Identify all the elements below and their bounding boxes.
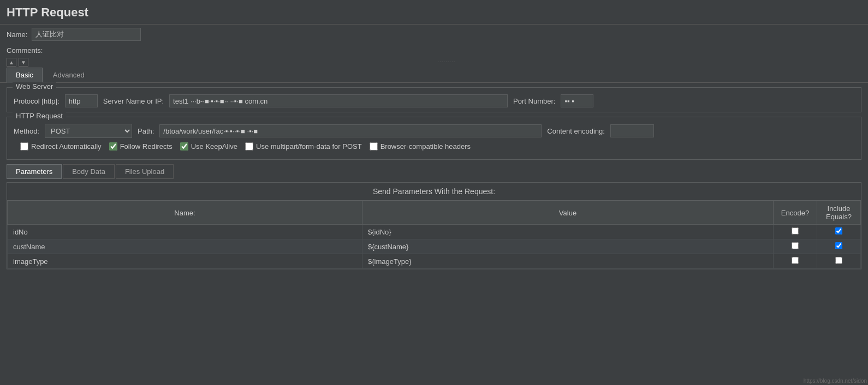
tab-files-upload[interactable]: Files Upload bbox=[116, 164, 174, 179]
protocol-label: Protocol [http]: bbox=[14, 97, 60, 105]
encode-check-3[interactable] bbox=[792, 257, 799, 264]
main-tabs: Basic Advanced bbox=[0, 68, 868, 83]
server-input[interactable] bbox=[169, 94, 508, 107]
browser-compatible-checkbox[interactable] bbox=[370, 142, 378, 151]
param-encode-3[interactable] bbox=[774, 254, 817, 269]
move-down-button[interactable]: ▼ bbox=[19, 58, 28, 67]
move-up-button[interactable]: ▲ bbox=[7, 58, 16, 67]
path-input[interactable] bbox=[159, 124, 542, 137]
browser-compatible-label: Browser-compatible headers bbox=[381, 142, 471, 151]
equals-check-1[interactable] bbox=[835, 227, 842, 234]
encode-check-1[interactable] bbox=[792, 227, 799, 234]
col-value: Value bbox=[362, 201, 774, 225]
redirect-automatically-checkbox[interactable] bbox=[20, 142, 28, 151]
http-request-group: HTTP Request Method: POST GET PUT DELETE… bbox=[7, 117, 861, 160]
equals-check-2[interactable] bbox=[835, 242, 842, 249]
web-server-title: Web Server bbox=[13, 82, 56, 91]
tab-parameters[interactable]: Parameters bbox=[7, 164, 62, 179]
col-name: Name: bbox=[8, 201, 362, 225]
param-name-2: custName bbox=[8, 239, 362, 254]
follow-redirects-label: Follow Redirects bbox=[120, 142, 173, 151]
param-name-3: imageType bbox=[8, 254, 362, 269]
params-header: Send Parameters With the Request: bbox=[7, 183, 861, 201]
use-multipart-item[interactable]: Use multipart/form-data for POST bbox=[245, 142, 362, 151]
encode-check-2[interactable] bbox=[792, 242, 799, 249]
redirect-automatically-item[interactable]: Redirect Automatically bbox=[20, 142, 102, 151]
use-keepalive-checkbox[interactable] bbox=[180, 142, 188, 151]
name-input[interactable] bbox=[32, 28, 141, 41]
params-section: Send Parameters With the Request: Name: … bbox=[7, 182, 861, 269]
path-label: Path: bbox=[138, 127, 154, 135]
param-equals-1[interactable] bbox=[817, 225, 861, 239]
param-value-1: ${idNo} bbox=[362, 225, 774, 239]
port-label: Port Number: bbox=[513, 97, 555, 105]
tab-body-data[interactable]: Body Data bbox=[63, 164, 115, 179]
use-multipart-checkbox[interactable] bbox=[245, 142, 253, 151]
param-equals-3[interactable] bbox=[817, 254, 861, 269]
protocol-input[interactable] bbox=[65, 94, 98, 107]
param-encode-2[interactable] bbox=[774, 239, 817, 254]
tab-advanced[interactable]: Advanced bbox=[44, 68, 94, 82]
table-row: custName ${custName} bbox=[8, 239, 861, 254]
use-keepalive-item[interactable]: Use KeepAlive bbox=[180, 142, 237, 151]
equals-check-3[interactable] bbox=[835, 257, 842, 264]
follow-redirects-checkbox[interactable] bbox=[109, 142, 117, 151]
browser-compatible-item[interactable]: Browser-compatible headers bbox=[370, 142, 471, 151]
follow-redirects-item[interactable]: Follow Redirects bbox=[109, 142, 173, 151]
param-name-1: idNo bbox=[8, 225, 362, 239]
use-multipart-label: Use multipart/form-data for POST bbox=[256, 142, 362, 151]
col-encode: Encode? bbox=[774, 201, 817, 225]
checkboxes-row: Redirect Automatically Follow Redirects … bbox=[14, 138, 854, 155]
tab-basic[interactable]: Basic bbox=[7, 68, 43, 83]
encoding-label: Content encoding: bbox=[547, 127, 605, 135]
redirect-automatically-label: Redirect Automatically bbox=[31, 142, 102, 151]
method-select[interactable]: POST GET PUT DELETE bbox=[45, 124, 132, 138]
encoding-input[interactable] bbox=[610, 124, 654, 137]
name-label: Name: bbox=[7, 31, 27, 39]
method-label: Method: bbox=[14, 127, 39, 135]
drag-handle: ⋯⋯⋯ bbox=[31, 59, 861, 66]
http-request-title: HTTP Request bbox=[13, 112, 66, 120]
col-include-equals: Include Equals? bbox=[817, 201, 861, 225]
use-keepalive-label: Use KeepAlive bbox=[191, 142, 237, 151]
params-table: Name: Value Encode? Include Equals? idNo… bbox=[7, 201, 861, 269]
server-label: Server Name or IP: bbox=[103, 97, 164, 105]
web-server-group: Web Server Protocol [http]: Server Name … bbox=[7, 87, 861, 112]
param-value-3: ${imageType} bbox=[362, 254, 774, 269]
inner-tabs: Parameters Body Data Files Upload bbox=[0, 164, 868, 179]
table-row: idNo ${idNo} bbox=[8, 225, 861, 239]
param-encode-1[interactable] bbox=[774, 225, 817, 239]
param-value-2: ${custName} bbox=[362, 239, 774, 254]
comments-label: Comments: bbox=[7, 46, 43, 55]
page-title: HTTP Request bbox=[0, 0, 868, 25]
watermark: https://blog.csdn.net/sidon bbox=[804, 378, 867, 384]
table-row: imageType ${imageType} bbox=[8, 254, 861, 269]
param-equals-2[interactable] bbox=[817, 239, 861, 254]
port-input[interactable] bbox=[561, 94, 593, 107]
